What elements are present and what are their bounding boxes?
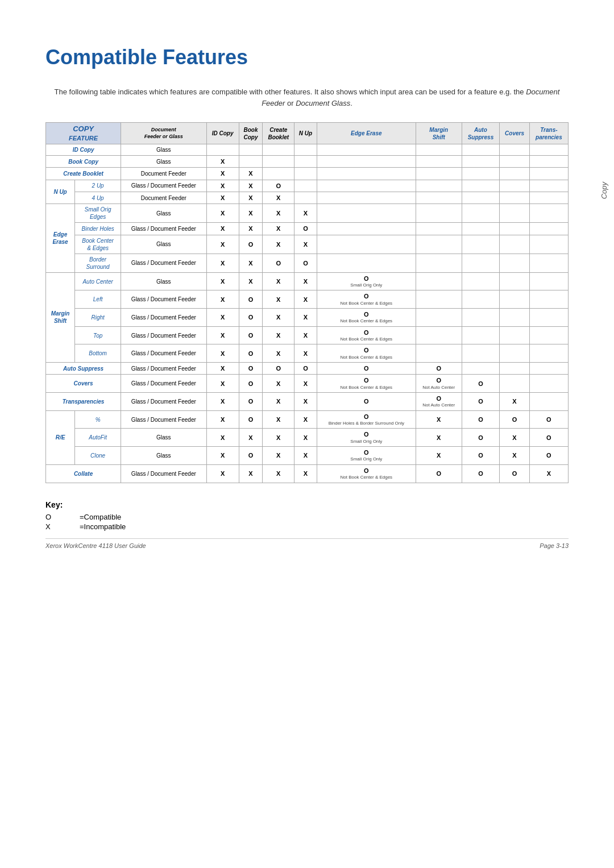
intro-paragraph: The following table indicates which feat…: [45, 86, 569, 109]
row-sublabel-right: Right: [75, 309, 121, 327]
row-sublabel-top: Top: [75, 326, 121, 344]
table-row: AutoFit Glass X X X X OSmall Orig Only X…: [46, 429, 569, 447]
page-container: Copy Compatible Features The following t…: [0, 0, 614, 566]
table-row: Top Glass / Document Feeder X O X X ONot…: [46, 326, 569, 344]
row-label-re: R/E: [46, 410, 75, 464]
row-sublabel-binder-holes: Binder Holes: [75, 223, 121, 235]
row-label-transparencies: Transparencies: [46, 393, 121, 411]
row-sublabel-autofit: AutoFit: [75, 429, 121, 447]
table-row: Book Center& Edges Glass X O X X: [46, 235, 569, 254]
row-label-auto-suppress: Auto Suppress: [46, 363, 121, 375]
row-sublabel-2up: 2 Up: [75, 180, 121, 192]
row-sublabel-book-center: Book Center& Edges: [75, 235, 121, 254]
key-o-symbol: O: [45, 513, 80, 521]
table-row: ID Copy Glass: [46, 144, 569, 156]
row-sublabel-percent: %: [75, 410, 121, 429]
row-label-collate: Collate: [46, 464, 121, 483]
table-row: Left Glass / Document Feeder X O X X ONo…: [46, 290, 569, 309]
key-x-row: X =Incompatible: [45, 522, 569, 531]
row-sublabel-bottom: Bottom: [75, 344, 121, 363]
header-doc-feeder: DocumentFeeder or Glass: [121, 123, 206, 144]
header-auto-suppress: AutoSuppress: [462, 123, 500, 144]
table-row: Create Booklet Document Feeder X X: [46, 168, 569, 180]
table-row: Collate Glass / Document Feeder X X X X …: [46, 464, 569, 483]
footer: Xerox WorkCentre 4118 User Guide Page 3-…: [45, 538, 569, 549]
table-row: Binder Holes Glass / Document Feeder X X…: [46, 223, 569, 235]
table-row: MarginShift Auto Center Glass X X X X OS…: [46, 272, 569, 290]
table-row: R/E % Glass / Document Feeder X O X X OB…: [46, 410, 569, 429]
table-row: Transparencies Glass / Document Feeder X…: [46, 393, 569, 411]
row-sublabel-clone: Clone: [75, 447, 121, 465]
row-label-margin-shift: MarginShift: [46, 272, 75, 362]
row-sublabel-auto-center: Auto Center: [75, 272, 121, 290]
row-label-book-copy: Book Copy: [46, 156, 121, 168]
header-n-up: N Up: [294, 123, 317, 144]
row-sublabel-4up: 4 Up: [75, 192, 121, 204]
header-copy-feature: COPY FEATURE: [46, 123, 121, 144]
table-row: N Up 2 Up Glass / Document Feeder X X O: [46, 180, 569, 192]
table-row: Auto Suppress Glass / Document Feeder X …: [46, 363, 569, 375]
key-o-desc: =Compatible: [80, 513, 121, 521]
key-title: Key:: [45, 500, 569, 509]
table-row: Book Copy Glass X: [46, 156, 569, 168]
footer-right: Page 3-13: [540, 542, 569, 549]
row-feeder-book-copy: Glass: [121, 156, 206, 168]
footer-left: Xerox WorkCentre 4118 User Guide: [45, 542, 146, 549]
page-title: Compatible Features: [45, 45, 569, 69]
row-label-create-booklet: Create Booklet: [46, 168, 121, 180]
table-row: Covers Glass / Document Feeder X O X X O…: [46, 375, 569, 393]
compatibility-table: COPY FEATURE DocumentFeeder or Glass ID …: [45, 122, 569, 483]
header-edge-erase: Edge Erase: [317, 123, 416, 144]
row-sublabel-border-surround: BorderSurround: [75, 254, 121, 272]
table-row: Right Glass / Document Feeder X O X X ON…: [46, 309, 569, 327]
key-x-symbol: X: [45, 522, 80, 531]
table-row: BorderSurround Glass / Document Feeder X…: [46, 254, 569, 272]
row-label-id-copy: ID Copy: [46, 144, 121, 156]
row-label-n-up: N Up: [46, 180, 75, 204]
table-row: Clone Glass X O X X OSmall Orig Only X O…: [46, 447, 569, 465]
key-o-row: O =Compatible: [45, 513, 569, 521]
header-id-copy: ID Copy: [206, 123, 239, 144]
header-create-booklet: CreateBooklet: [263, 123, 294, 144]
row-label-edge-erase: EdgeErase: [46, 204, 75, 272]
row-feeder-id-copy: Glass: [121, 144, 206, 156]
table-row: 4 Up Document Feeder X X X: [46, 192, 569, 204]
row-sublabel-small-orig: Small OrigEdges: [75, 204, 121, 223]
side-copy-label: Copy: [600, 182, 608, 199]
row-label-covers: Covers: [46, 375, 121, 393]
row-sublabel-left: Left: [75, 290, 121, 309]
table-row: EdgeErase Small OrigEdges Glass X X X X: [46, 204, 569, 223]
header-book-copy: BookCopy: [239, 123, 263, 144]
table-row: Bottom Glass / Document Feeder X O X X O…: [46, 344, 569, 363]
key-section: Key: O =Compatible X =Incompatible: [45, 500, 569, 531]
header-covers: Covers: [500, 123, 529, 144]
key-x-desc: =Incompatible: [80, 522, 126, 531]
header-margin-shift: MarginShift: [416, 123, 462, 144]
header-transparencies: Trans-parencies: [529, 123, 568, 144]
